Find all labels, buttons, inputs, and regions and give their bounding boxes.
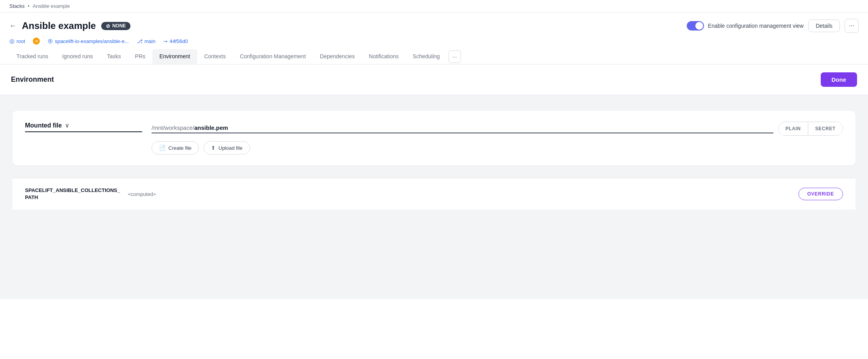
done-button[interactable]: Done [821, 72, 857, 87]
tab-scheduling[interactable]: Scheduling [406, 49, 447, 64]
tab-ignored-runs[interactable]: Ignored runs [55, 49, 100, 64]
branch-icon: ⎇ [137, 38, 143, 44]
secret-button[interactable]: SECRET [808, 122, 843, 135]
tab-tasks[interactable]: Tasks [100, 49, 128, 64]
tab-dependencies[interactable]: Dependencies [313, 49, 362, 64]
stack-title: Ansible example [22, 20, 96, 31]
header-actions: Enable configuration management view Det… [687, 19, 859, 33]
mounted-file-right: /mnt/workspace/ansible.pem PLAIN SECRET … [152, 122, 843, 154]
breadcrumb: Stacks • Ansible example [0, 0, 868, 13]
mounted-file-section: Mounted file ∨ /mnt/workspace/ansible.pe… [0, 95, 868, 178]
mounted-file-row: Mounted file ∨ /mnt/workspace/ansible.pe… [13, 111, 855, 165]
none-badge-label: NONE [112, 23, 126, 29]
commit-link[interactable]: ⊸ 44f56d0 [163, 38, 188, 44]
commit-icon: ⊸ [163, 38, 168, 44]
create-file-button[interactable]: 📄 Create file [152, 141, 199, 154]
env-var-value: <computed> [128, 191, 790, 197]
tab-contexts[interactable]: Contexts [197, 49, 233, 64]
override-button[interactable]: OVERRIDE [798, 188, 843, 200]
content-area: Environment Done Mounted file ∨ /mnt/wor… [0, 65, 868, 299]
github-icon: ⦿ [48, 38, 53, 44]
repo-link[interactable]: ⦿ spacelift-io-examples/ansible-e... [48, 38, 129, 44]
env-var-name: SPACELIFT_ANSIBLE_COLLECTIONS_PATH [25, 187, 120, 201]
create-file-icon: 📄 [159, 145, 166, 151]
breadcrumb-stacks[interactable]: Stacks [9, 3, 25, 9]
repo-label: spacelift-io-examples/ansible-e... [55, 38, 129, 44]
stack-header: ← Ansible example ⊘ NONE Enable configur… [0, 13, 868, 65]
env-var-section: SPACELIFT_ANSIBLE_COLLECTIONS_PATH <comp… [0, 178, 868, 210]
tab-tracked-runs[interactable]: Tracked runs [9, 49, 55, 64]
tab-bar: Tracked runs Ignored runs Tasks PRs Envi… [9, 49, 859, 64]
root-label: root [16, 38, 25, 44]
chevron-down-icon: ∨ [65, 122, 70, 129]
none-badge-icon: ⊘ [106, 23, 110, 29]
breadcrumb-separator: • [28, 3, 30, 9]
none-badge: ⊘ NONE [101, 22, 130, 30]
root-link[interactable]: ◎ root [9, 38, 25, 45]
path-filename: ansible.pem [194, 124, 228, 131]
upload-file-icon: ⬆ [211, 145, 216, 151]
upload-file-label: Upload file [218, 145, 242, 151]
env-var-row: SPACELIFT_ANSIBLE_COLLECTIONS_PATH <comp… [13, 178, 855, 210]
mounted-file-left: Mounted file ∨ [25, 122, 142, 132]
tab-notifications[interactable]: Notifications [362, 49, 405, 64]
path-row: /mnt/workspace/ansible.pem PLAIN SECRET [152, 122, 843, 136]
environment-header: Environment Done [0, 65, 868, 95]
create-file-label: Create file [168, 145, 191, 151]
avatar: A [33, 38, 40, 45]
plain-secret-group: PLAIN SECRET [778, 122, 843, 136]
plain-button[interactable]: PLAIN [779, 122, 808, 135]
avatar-item: A [33, 38, 40, 45]
path-prefix: /mnt/workspace/ [152, 124, 194, 131]
details-button[interactable]: Details [808, 20, 840, 32]
tabs-more-button[interactable]: ··· [448, 50, 461, 63]
breadcrumb-current: Ansible example [33, 3, 70, 9]
mounted-file-label: Mounted file [25, 122, 62, 129]
root-icon: ◎ [9, 38, 14, 45]
path-display: /mnt/workspace/ansible.pem [152, 124, 773, 133]
tab-configuration-management[interactable]: Configuration Management [233, 49, 313, 64]
toggle-label-text: Enable configuration management view [708, 23, 804, 29]
branch-link[interactable]: ⎇ main [137, 38, 155, 44]
config-management-toggle[interactable] [687, 21, 704, 31]
tab-environment[interactable]: Environment [152, 49, 197, 64]
mounted-file-dropdown[interactable]: Mounted file ∨ [25, 122, 142, 132]
more-menu-button[interactable]: ··· [845, 19, 859, 33]
meta-row: ◎ root A ⦿ spacelift-io-examples/ansible… [9, 38, 859, 45]
branch-label: main [145, 38, 155, 44]
file-actions: 📄 Create file ⬆ Upload file [152, 141, 843, 154]
toggle-row: Enable configuration management view [687, 21, 804, 31]
commit-label: 44f56d0 [170, 38, 188, 44]
upload-file-button[interactable]: ⬆ Upload file [204, 141, 250, 154]
tab-prs[interactable]: PRs [128, 49, 152, 64]
environment-title: Environment [11, 75, 54, 84]
back-button[interactable]: ← [9, 22, 16, 30]
